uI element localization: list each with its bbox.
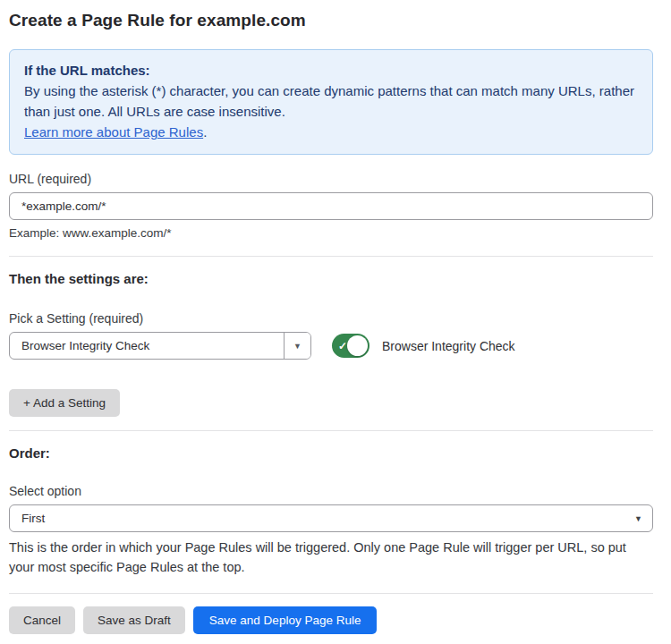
settings-section-heading: Then the settings are: (9, 271, 653, 286)
info-box-body: By using the asterisk (*) character, you… (24, 80, 638, 122)
url-input[interactable] (9, 192, 653, 220)
save-as-draft-button[interactable]: Save as Draft (83, 606, 185, 634)
order-select-label: Select option (9, 484, 653, 498)
create-page-rule-form: Create a Page Rule for example.com If th… (0, 0, 671, 634)
order-section-heading: Order: (9, 445, 653, 461)
learn-more-link[interactable]: Learn more about Page Rules (24, 124, 203, 140)
toggle-label: Browser Integrity Check (382, 339, 515, 353)
url-field-label: URL (required) (9, 172, 653, 186)
url-match-info-box: If the URL matches: By using the asteris… (9, 49, 653, 155)
setting-dropdown-button[interactable]: ▼ (284, 333, 310, 359)
footer-actions: Cancel Save as Draft Save and Deploy Pag… (9, 606, 653, 634)
cancel-button[interactable]: Cancel (9, 606, 75, 634)
browser-integrity-toggle[interactable]: ✓ (332, 334, 369, 358)
url-example-helper: Example: www.example.com/* (9, 226, 653, 240)
order-select-value: First (21, 512, 45, 525)
setting-row: Browser Integrity Check ▼ ✓ Browser Inte… (9, 332, 653, 360)
info-box-heading: If the URL matches: (24, 60, 638, 80)
chevron-down-icon: ▼ (293, 342, 302, 351)
order-helper-text: This is the order in which your Page Rul… (9, 538, 653, 577)
divider (9, 593, 653, 594)
divider (9, 256, 653, 257)
check-icon: ✓ (338, 340, 347, 352)
save-and-deploy-button[interactable]: Save and Deploy Page Rule (193, 606, 378, 634)
order-select[interactable]: First ▼ (9, 504, 653, 532)
setting-toggle-wrap: ✓ Browser Integrity Check (332, 334, 515, 358)
divider (9, 430, 653, 431)
page-title: Create a Page Rule for example.com (9, 11, 653, 30)
setting-dropdown-value: Browser Integrity Check (10, 333, 284, 359)
chevron-down-icon: ▼ (634, 514, 642, 523)
link-suffix: . (203, 124, 207, 140)
pick-setting-label: Pick a Setting (required) (9, 311, 653, 326)
setting-dropdown[interactable]: Browser Integrity Check ▼ (9, 332, 311, 360)
toggle-knob (347, 335, 368, 356)
add-setting-button[interactable]: + Add a Setting (9, 389, 120, 417)
info-box-link-line: Learn more about Page Rules. (24, 122, 638, 142)
